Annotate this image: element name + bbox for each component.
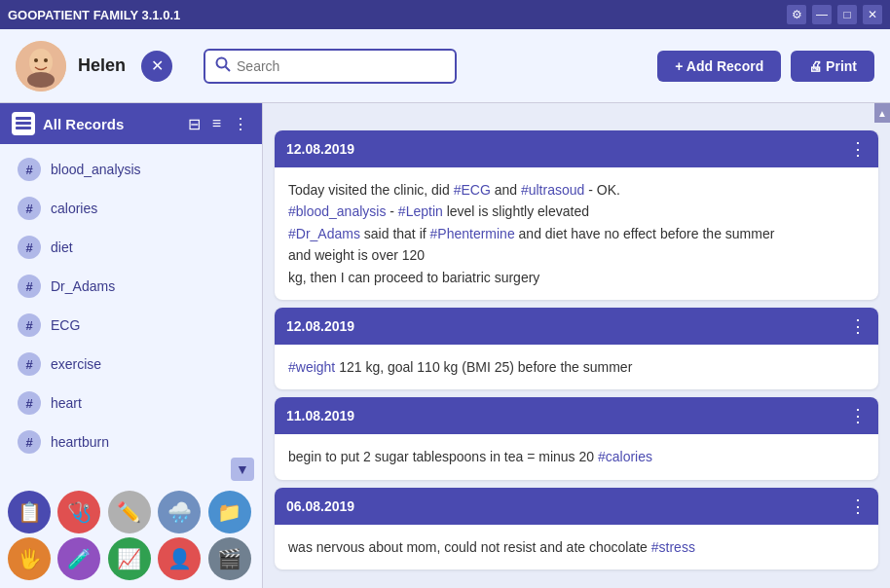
svg-line-6 (226, 66, 231, 71)
record-header: 06.08.2019 ⋮ (275, 488, 878, 525)
sidebar-item-heartburn[interactable]: # heartburn (8, 423, 254, 454)
svg-point-1 (29, 49, 53, 76)
sidebar-tag-label: heart (51, 395, 82, 411)
filter-button[interactable]: ⊟ (186, 115, 203, 133)
avatar (16, 41, 66, 92)
toolbar-pen-button[interactable]: ✏️ (108, 491, 151, 533)
sidebar-item-calories[interactable]: # calories (8, 189, 254, 228)
record-date: 11.08.2019 (286, 408, 354, 423)
tag-hash-icon: # (18, 313, 41, 337)
record-menu-button[interactable]: ⋮ (849, 405, 867, 426)
title-bar: GOOPATIENT FAMILY 3.1.0.1 ⚙ — □ ✕ (0, 0, 890, 29)
sidebar-tag-list: # blood_analysis # calories # diet # Dr_… (0, 144, 262, 454)
sidebar-title: All Records (43, 116, 124, 132)
more-options-button[interactable]: ⋮ (231, 115, 250, 133)
content-inner: 12.08.2019 ⋮ Today visited the clinic, d… (263, 123, 890, 577)
record-header: 11.08.2019 ⋮ (275, 397, 878, 434)
sidebar-tag-label: diet (51, 239, 73, 255)
record-header: 12.08.2019 ⋮ (275, 308, 878, 345)
tag-hash-icon: # (18, 430, 41, 454)
content-scroll-up-button[interactable]: ▲ (874, 103, 890, 123)
user-name: Helen (78, 55, 126, 76)
svg-point-2 (34, 58, 38, 62)
sidebar-tag-label: calories (51, 201, 97, 216)
weight-tag-link[interactable]: #weight (288, 359, 335, 375)
toolbar-hand-button[interactable]: 🖐️ (8, 537, 51, 580)
tag-hash-icon: # (18, 158, 41, 181)
svg-point-5 (217, 57, 227, 67)
sidebar-header: All Records ⊟ ≡ ⋮ (0, 103, 262, 144)
leptin-tag-link[interactable]: #Leptin (398, 203, 443, 219)
sidebar-item-heart[interactable]: # heart (8, 384, 254, 423)
settings-button[interactable]: ⚙ (787, 5, 806, 24)
close-window-button[interactable]: ✕ (863, 5, 882, 24)
blood-analysis-tag-link[interactable]: #blood_analysis (288, 203, 386, 219)
record-menu-button[interactable]: ⋮ (849, 496, 867, 517)
scroll-buttons: ▼ (0, 454, 262, 485)
sidebar: All Records ⊟ ≡ ⋮ # blood_analysis # cal… (0, 103, 263, 588)
toolbar-docs-button[interactable]: 📁 (208, 491, 251, 533)
toolbar-weather-button[interactable]: 🌧️ (158, 491, 201, 533)
sidebar-controls: ⊟ ≡ ⋮ (186, 115, 250, 133)
sidebar-tag-label: Dr_Adams (51, 278, 115, 294)
toolbar-chart-button[interactable]: 📈 (108, 537, 151, 580)
dr-adams-tag-link[interactable]: #Dr_Adams (288, 226, 360, 241)
tag-hash-icon: # (18, 275, 41, 298)
toolbar-person-button[interactable]: 👤 (158, 537, 201, 580)
record-date: 12.08.2019 (286, 318, 354, 334)
sidebar-item-exercise[interactable]: # exercise (8, 345, 254, 384)
search-icon (215, 56, 231, 76)
stress-tag-link[interactable]: #stress (651, 539, 695, 555)
ecg-tag-link[interactable]: #ECG (454, 182, 491, 198)
content-area[interactable]: ▲ 12.08.2019 ⋮ Today visited the clinic,… (263, 103, 890, 588)
header-actions: + Add Record 🖨 Print (657, 51, 874, 82)
ultrasound-tag-link[interactable]: #ultrasoud (521, 182, 584, 198)
sidebar-item-Dr_Adams[interactable]: # Dr_Adams (8, 267, 254, 306)
toolbar-records-button[interactable]: 📋 (8, 491, 51, 533)
minimize-button[interactable]: — (812, 5, 832, 24)
search-box (204, 49, 457, 84)
record-date: 06.08.2019 (286, 498, 354, 514)
calories-tag-link[interactable]: #calories (598, 449, 652, 464)
sidebar-toolbar: 📋 🩺 ✏️ 🌧️ 📁 🖐️ 🧪 📈 👤 🎬 (0, 485, 262, 588)
sidebar-tag-label: heartburn (51, 434, 109, 450)
search-input[interactable] (237, 58, 445, 74)
record-card: 06.08.2019 ⋮ was nervous about mom, coul… (275, 488, 878, 570)
svg-point-3 (44, 58, 48, 62)
record-body: #weight 121 kg, goal 110 kg (BMI 25) bef… (275, 345, 878, 389)
record-card: 12.08.2019 ⋮ Today visited the clinic, d… (275, 130, 878, 300)
maximize-button[interactable]: □ (837, 5, 857, 24)
sidebar-item-ECG[interactable]: # ECG (8, 306, 254, 345)
window-controls: ⚙ — □ ✕ (787, 5, 882, 24)
tag-hash-icon: # (18, 352, 41, 376)
toolbar-health-button[interactable]: 🩺 (57, 491, 100, 533)
toolbar-flask-button[interactable]: 🧪 (57, 537, 100, 580)
svg-rect-8 (16, 122, 31, 125)
tag-hash-icon: # (18, 391, 41, 415)
sidebar-item-blood_analysis[interactable]: # blood_analysis (8, 150, 254, 189)
record-body: begin to put 2 sugar tablespoons in tea … (275, 434, 878, 479)
toolbar-film-button[interactable]: 🎬 (208, 537, 251, 580)
scroll-down-button[interactable]: ▼ (231, 458, 254, 481)
record-body: Today visited the clinic, did #ECG and #… (275, 167, 878, 300)
close-user-button[interactable]: ✕ (141, 51, 172, 82)
tag-hash-icon: # (18, 236, 41, 259)
record-menu-button[interactable]: ⋮ (849, 315, 867, 337)
sidebar-tag-label: ECG (51, 317, 80, 333)
record-menu-button[interactable]: ⋮ (849, 138, 867, 160)
app-title: GOOPATIENT FAMILY 3.1.0.1 (8, 8, 180, 22)
record-date: 12.08.2019 (286, 141, 354, 157)
record-card: 12.08.2019 ⋮ #weight 121 kg, goal 110 kg… (275, 308, 878, 389)
sidebar-tag-label: exercise (51, 356, 101, 372)
print-button[interactable]: 🖨 Print (791, 51, 874, 82)
sort-button[interactable]: ≡ (210, 115, 223, 133)
sidebar-header-icon (12, 112, 35, 135)
svg-rect-7 (16, 117, 31, 120)
sidebar-tag-label: blood_analysis (51, 162, 141, 177)
sidebar-item-diet[interactable]: # diet (8, 228, 254, 267)
phentermine-tag-link[interactable]: #Phentermine (430, 226, 515, 241)
add-record-button[interactable]: + Add Record (657, 51, 781, 82)
record-body: was nervous about mom, could not resist … (275, 525, 878, 570)
svg-point-4 (27, 72, 55, 88)
header: Helen ✕ + Add Record 🖨 Print (0, 29, 890, 103)
